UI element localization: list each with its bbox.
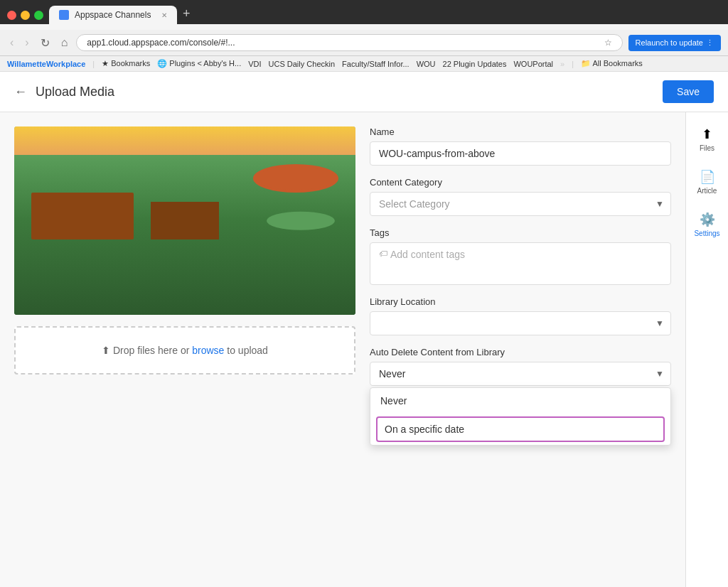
auto-delete-label: Auto Delete Content from Library	[370, 347, 671, 357]
auto-delete-select[interactable]: Never On a specific date	[370, 362, 671, 386]
settings-icon: ⚙️	[700, 212, 715, 227]
app-container: ← Upload Media Save	[0, 72, 728, 587]
category-select-wrapper: Select Category ▼	[370, 192, 671, 216]
reload-nav-button[interactable]: ↻	[38, 35, 53, 51]
save-button[interactable]: Save	[663, 80, 714, 103]
name-field-group: Name	[370, 126, 671, 166]
drop-suffix: to upload	[227, 345, 268, 356]
relaunch-label: Relaunch to update	[636, 38, 703, 47]
drop-text: Drop files here or	[113, 345, 192, 356]
tags-input[interactable]: 🏷 Add content tags	[370, 242, 671, 285]
campus-scene	[14, 126, 355, 315]
content-area: ⬆ Drop files here or browse to upload Na…	[0, 112, 685, 587]
bookmark-willamette[interactable]: WillametteWorkplace	[7, 60, 85, 68]
name-label: Name	[370, 126, 671, 137]
relaunch-menu-icon: ⋮	[706, 38, 714, 48]
campus-track	[253, 164, 338, 193]
app-header: ← Upload Media Save	[0, 72, 728, 112]
library-field-group: Library Location ▼	[370, 296, 671, 335]
sidebar-item-article[interactable]: 📄 Article	[689, 162, 726, 202]
back-nav-button[interactable]: ‹	[7, 35, 16, 50]
category-field-group: Content Category Select Category ▼	[370, 177, 671, 216]
bookmarks-bar: WillametteWorkplace | ★ Bookmarks 🌐 Plug…	[0, 56, 728, 72]
address-bar-icons: ☆	[604, 38, 612, 48]
tags-placeholder: Add content tags	[390, 249, 465, 260]
header-left: ← Upload Media	[14, 85, 114, 99]
browser-titlebar: Appspace Channels ✕ +	[7, 6, 721, 24]
upload-icon: ⬆	[102, 345, 110, 356]
bookmark-plugins-count[interactable]: 22 Plugin Updates	[443, 60, 507, 68]
bookmark-wouportal[interactable]: WOUPortal	[513, 60, 553, 68]
new-tab-button[interactable]: +	[178, 6, 195, 21]
traffic-lights	[7, 11, 43, 20]
right-sidebar: ⬆ Files 📄 Article ⚙️ Settings	[685, 112, 728, 587]
address-text: app1.cloud.appspace.com/console/#!...	[87, 38, 599, 48]
auto-delete-dropdown-container: Never On a specific date ▼ Never On a sp…	[370, 362, 671, 386]
category-label: Content Category	[370, 177, 671, 188]
page-title: Upload Media	[36, 85, 114, 99]
category-select[interactable]: Select Category	[370, 192, 671, 216]
browser-chrome: Appspace Channels ✕ +	[0, 0, 728, 24]
browse-link[interactable]: browse	[192, 345, 224, 356]
left-panel: ⬆ Drop files here or browse to upload	[14, 126, 355, 573]
back-button[interactable]: ←	[14, 85, 27, 99]
bookmark-plugins[interactable]: 🌐 Plugins < Abby's H...	[157, 59, 241, 68]
bookmark-wou[interactable]: WOU	[417, 60, 436, 68]
right-panel: Name Content Category Select Category ▼	[370, 126, 671, 573]
bookmark-all[interactable]: 📁 All Bookmarks	[581, 59, 643, 68]
dropdown-item-never[interactable]: Never	[370, 388, 670, 414]
campus-track-inner	[267, 211, 335, 230]
tab-title: Appspace Channels	[75, 10, 151, 20]
close-traffic-light[interactable]	[7, 11, 16, 20]
tab-bar: Appspace Channels ✕ +	[49, 6, 195, 24]
forward-nav-button[interactable]: ›	[22, 35, 31, 50]
tab-close-button[interactable]: ✕	[161, 11, 167, 19]
bookmark-faculty[interactable]: Faculty/Staff Infor...	[342, 60, 410, 68]
maximize-traffic-light[interactable]	[34, 11, 43, 20]
sidebar-settings-label: Settings	[694, 230, 719, 237]
tab-favicon	[59, 10, 69, 20]
sidebar-article-label: Article	[697, 187, 717, 195]
sidebar-item-files[interactable]: ⬆ Files	[689, 119, 726, 159]
relaunch-button[interactable]: Relaunch to update ⋮	[628, 35, 721, 51]
auto-delete-select-wrapper: Never On a specific date ▼	[370, 362, 671, 386]
home-nav-button[interactable]: ⌂	[58, 35, 71, 50]
auto-delete-dropdown-menu: Never On a specific date	[370, 387, 671, 446]
address-bar[interactable]: app1.cloud.appspace.com/console/#!... ☆	[76, 34, 622, 51]
library-label: Library Location	[370, 296, 671, 307]
bookmark-bookmarks[interactable]: ★ Bookmarks	[102, 59, 150, 68]
tags-icon: 🏷	[379, 249, 387, 259]
library-select[interactable]	[370, 311, 671, 335]
library-select-wrapper: ▼	[370, 311, 671, 335]
campus-building-2	[151, 202, 219, 239]
browser-toolbar: ‹ › ↻ ⌂ app1.cloud.appspace.com/console/…	[0, 30, 728, 56]
image-preview	[14, 126, 355, 315]
bookmark-vdi[interactable]: VDI	[248, 60, 261, 68]
browser-tab-active[interactable]: Appspace Channels ✕	[49, 6, 177, 24]
article-icon: 📄	[700, 169, 715, 185]
files-icon: ⬆	[702, 126, 712, 142]
dropdown-item-specific-date[interactable]: On a specific date	[376, 416, 665, 442]
campus-building-1	[31, 193, 134, 239]
tags-label: Tags	[370, 227, 671, 238]
app-main: ⬆ Drop files here or browse to upload Na…	[0, 112, 728, 587]
drop-zone[interactable]: ⬆ Drop files here or browse to upload	[14, 326, 355, 375]
name-input[interactable]	[370, 141, 671, 166]
sidebar-item-settings[interactable]: ⚙️ Settings	[689, 205, 726, 244]
tags-field-group: Tags 🏷 Add content tags	[370, 227, 671, 285]
bookmark-ucs[interactable]: UCS Daily Checkin	[269, 60, 336, 68]
auto-delete-field-group: Auto Delete Content from Library Never O…	[370, 347, 671, 386]
sidebar-files-label: Files	[700, 144, 714, 152]
minimize-traffic-light[interactable]	[21, 11, 30, 20]
bookmark-star-icon[interactable]: ☆	[604, 38, 612, 48]
